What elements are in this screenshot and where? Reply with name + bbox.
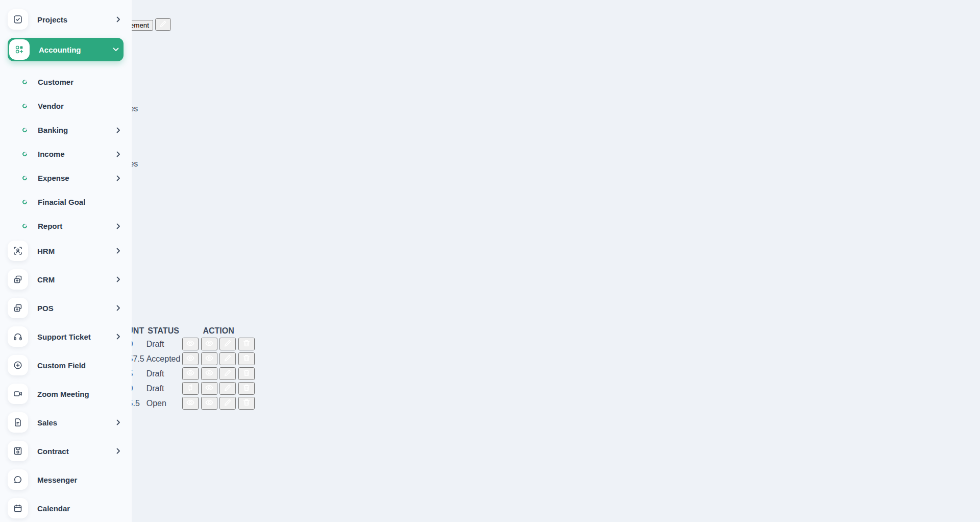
chevron-right-icon xyxy=(116,223,120,229)
sidebar-item-messenger[interactable]: Messenger xyxy=(8,469,124,490)
bullet-icon xyxy=(21,103,28,109)
bullet-icon xyxy=(21,199,28,205)
eye-icon xyxy=(205,341,213,349)
calendar-icon xyxy=(8,498,28,518)
bullet-icon xyxy=(21,151,28,157)
field-total-sum-invoices: Total Sum of Invoices $487,412.0 xyxy=(0,260,980,279)
chevron-right-icon xyxy=(116,334,120,340)
edit-button[interactable] xyxy=(219,367,236,380)
sidebar-item-label: POS xyxy=(37,304,54,313)
sidebar-item-support-ticket[interactable]: Support Ticket xyxy=(8,326,124,347)
sidebar-item-label: Banking xyxy=(38,126,68,134)
view-button[interactable] xyxy=(201,397,217,410)
eye-icon xyxy=(205,400,213,408)
eye-icon xyxy=(186,341,194,349)
view-button[interactable] xyxy=(201,367,217,380)
trash-icon xyxy=(242,356,251,364)
circle-plus-icon xyxy=(8,355,28,375)
preview-button[interactable] xyxy=(182,352,199,365)
eye-icon xyxy=(205,371,213,378)
sidebar-item-label: Income xyxy=(38,150,65,158)
sidebar-item-hrm[interactable]: HRM xyxy=(8,241,124,261)
card-title: Billing Info xyxy=(0,67,980,77)
header-actions: Create Invoice Create Proposal Statement xyxy=(0,18,980,31)
sidebar-item-expense[interactable]: Expense xyxy=(8,167,124,189)
trash-icon xyxy=(242,341,251,349)
preview-button[interactable] xyxy=(182,367,199,380)
person-scan-icon xyxy=(8,241,28,261)
sidebar-item-crm[interactable]: CRM xyxy=(8,269,124,290)
column-header-action: ACTION xyxy=(182,326,255,336)
chevron-right-icon xyxy=(116,16,120,22)
pencil-icon xyxy=(224,371,232,378)
sidebar-item-zoom-meeting[interactable]: Zoom Meeting xyxy=(8,384,124,404)
edit-button[interactable] xyxy=(219,338,236,350)
sidebar-item-vendor[interactable]: Vendor xyxy=(8,94,124,117)
chevron-right-icon xyxy=(116,127,120,133)
edit-button[interactable] xyxy=(219,352,236,365)
sidebar-item-contract[interactable]: Contract xyxy=(8,441,124,461)
field-average-sales: Average Sales $44,310.2 xyxy=(0,297,980,316)
sidebar-item-label: Projects xyxy=(37,15,67,24)
chevron-right-icon xyxy=(116,248,120,254)
view-button[interactable] xyxy=(201,338,217,350)
eye-icon xyxy=(186,371,194,378)
column-header-status: STATUS xyxy=(146,326,181,336)
sidebar-item-label: HRM xyxy=(37,247,55,255)
sidebar-item-report[interactable]: Report xyxy=(8,215,124,238)
field-overdue: Overdue $187,202.5 xyxy=(0,242,980,260)
chevron-right-icon xyxy=(116,151,120,157)
sidebar-item-custom-field[interactable]: Custom Field xyxy=(8,355,124,375)
card-title: Customer Info xyxy=(0,31,980,40)
card-title: Shipping Info xyxy=(0,123,980,132)
sidebar-item-accounting[interactable]: Accounting xyxy=(8,38,124,61)
delete-button[interactable] xyxy=(238,367,255,380)
customer-email: emilia@client.com xyxy=(0,49,980,58)
checkbox-icon xyxy=(8,9,28,30)
customer-phone: 78787878787878 xyxy=(0,58,980,67)
billing-country: Greece xyxy=(0,95,980,104)
delete-button[interactable] xyxy=(238,382,255,395)
pencil-icon xyxy=(224,341,232,349)
sidebar-item-sales[interactable]: Sales xyxy=(8,412,124,433)
chevron-right-icon xyxy=(116,276,120,282)
sidebar-item-banking[interactable]: Banking xyxy=(8,118,124,141)
status-badge: Draft xyxy=(146,384,164,393)
view-button[interactable] xyxy=(201,352,217,365)
page-title: Customer-Detail xyxy=(0,0,980,9)
document-icon xyxy=(8,412,28,433)
sidebar-item-label: Calendar xyxy=(37,504,70,513)
proposal-card: Proposal PROPOSAL ISSUE DATE AMOUNT STAT… xyxy=(0,316,980,411)
chevron-down-icon xyxy=(113,48,119,52)
shipping-phone: +1 (248) 153-2086 xyxy=(0,141,980,150)
field-customer-id: Customer Id #CUST00001 xyxy=(0,187,980,205)
sidebar-item-label: Expense xyxy=(38,174,69,182)
bullet-icon xyxy=(21,79,28,85)
sidebar-item-customer[interactable]: Customer xyxy=(8,70,124,93)
sidebar-item-projects[interactable]: Projects xyxy=(8,9,124,30)
delete-button[interactable] xyxy=(238,352,255,365)
view-button[interactable] xyxy=(201,382,217,395)
edit-button[interactable] xyxy=(219,382,236,395)
chevron-right-icon xyxy=(116,419,120,425)
cards-plus-icon xyxy=(8,298,28,318)
status-badge: Open xyxy=(146,399,166,408)
breadcrumb: Dashboard Customer Emilia Fox xyxy=(0,9,980,18)
floppy-icon xyxy=(8,441,28,461)
sidebar-item-income[interactable]: Income xyxy=(8,143,124,165)
sidebar-item-label: Sales xyxy=(37,418,57,427)
sidebar-item-pos[interactable]: POS xyxy=(8,298,124,318)
edit-customer-button[interactable] xyxy=(155,18,171,31)
preview-button[interactable] xyxy=(182,397,199,410)
eye-icon xyxy=(186,356,194,364)
edit-button[interactable] xyxy=(219,397,236,410)
status-badge: Draft xyxy=(146,369,164,378)
delete-button[interactable] xyxy=(238,397,255,410)
sidebar-item-label: Customer xyxy=(38,78,74,86)
sidebar-item-calendar[interactable]: Calendar xyxy=(8,498,124,518)
sidebar-item-finacial-goal[interactable]: Finacial Goal xyxy=(8,191,124,213)
convert-button[interactable] xyxy=(182,382,199,395)
preview-button[interactable] xyxy=(182,338,199,350)
main-content: Customer-Detail Dashboard Customer Emili… xyxy=(0,0,980,411)
delete-button[interactable] xyxy=(238,338,255,350)
